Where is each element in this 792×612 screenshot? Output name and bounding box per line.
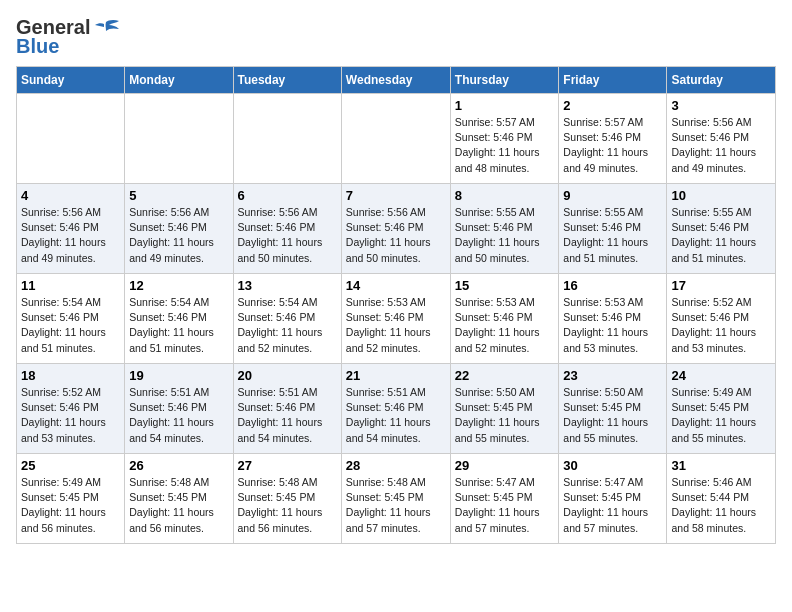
calendar-cell: 18Sunrise: 5:52 AM Sunset: 5:46 PM Dayli… [17, 364, 125, 454]
calendar-cell: 21Sunrise: 5:51 AM Sunset: 5:46 PM Dayli… [341, 364, 450, 454]
calendar-cell: 29Sunrise: 5:47 AM Sunset: 5:45 PM Dayli… [450, 454, 559, 544]
calendar-cell: 6Sunrise: 5:56 AM Sunset: 5:46 PM Daylig… [233, 184, 341, 274]
calendar-cell: 27Sunrise: 5:48 AM Sunset: 5:45 PM Dayli… [233, 454, 341, 544]
day-number: 31 [671, 458, 771, 473]
calendar-cell: 13Sunrise: 5:54 AM Sunset: 5:46 PM Dayli… [233, 274, 341, 364]
day-info: Sunrise: 5:57 AM Sunset: 5:46 PM Dayligh… [563, 115, 662, 176]
col-header-saturday: Saturday [667, 67, 776, 94]
day-number: 14 [346, 278, 446, 293]
day-number: 26 [129, 458, 228, 473]
week-row-4: 18Sunrise: 5:52 AM Sunset: 5:46 PM Dayli… [17, 364, 776, 454]
day-number: 22 [455, 368, 555, 383]
day-number: 8 [455, 188, 555, 203]
day-number: 25 [21, 458, 120, 473]
calendar-cell: 23Sunrise: 5:50 AM Sunset: 5:45 PM Dayli… [559, 364, 667, 454]
calendar-table: SundayMondayTuesdayWednesdayThursdayFrid… [16, 66, 776, 544]
day-info: Sunrise: 5:56 AM Sunset: 5:46 PM Dayligh… [21, 205, 120, 266]
logo-blue-text: Blue [16, 35, 59, 58]
calendar-cell: 8Sunrise: 5:55 AM Sunset: 5:46 PM Daylig… [450, 184, 559, 274]
day-number: 16 [563, 278, 662, 293]
calendar-cell: 5Sunrise: 5:56 AM Sunset: 5:46 PM Daylig… [125, 184, 233, 274]
day-info: Sunrise: 5:51 AM Sunset: 5:46 PM Dayligh… [238, 385, 337, 446]
day-number: 9 [563, 188, 662, 203]
day-info: Sunrise: 5:57 AM Sunset: 5:46 PM Dayligh… [455, 115, 555, 176]
day-number: 19 [129, 368, 228, 383]
day-number: 24 [671, 368, 771, 383]
day-info: Sunrise: 5:52 AM Sunset: 5:46 PM Dayligh… [671, 295, 771, 356]
calendar-cell: 30Sunrise: 5:47 AM Sunset: 5:45 PM Dayli… [559, 454, 667, 544]
day-info: Sunrise: 5:54 AM Sunset: 5:46 PM Dayligh… [129, 295, 228, 356]
day-info: Sunrise: 5:56 AM Sunset: 5:46 PM Dayligh… [346, 205, 446, 266]
day-info: Sunrise: 5:46 AM Sunset: 5:44 PM Dayligh… [671, 475, 771, 536]
calendar-cell: 2Sunrise: 5:57 AM Sunset: 5:46 PM Daylig… [559, 94, 667, 184]
day-number: 28 [346, 458, 446, 473]
day-info: Sunrise: 5:47 AM Sunset: 5:45 PM Dayligh… [563, 475, 662, 536]
day-info: Sunrise: 5:54 AM Sunset: 5:46 PM Dayligh… [238, 295, 337, 356]
calendar-cell [233, 94, 341, 184]
day-number: 3 [671, 98, 771, 113]
day-number: 27 [238, 458, 337, 473]
day-info: Sunrise: 5:52 AM Sunset: 5:46 PM Dayligh… [21, 385, 120, 446]
day-info: Sunrise: 5:48 AM Sunset: 5:45 PM Dayligh… [346, 475, 446, 536]
calendar-cell: 3Sunrise: 5:56 AM Sunset: 5:46 PM Daylig… [667, 94, 776, 184]
day-number: 18 [21, 368, 120, 383]
calendar-cell: 7Sunrise: 5:56 AM Sunset: 5:46 PM Daylig… [341, 184, 450, 274]
day-number: 13 [238, 278, 337, 293]
day-number: 12 [129, 278, 228, 293]
day-number: 20 [238, 368, 337, 383]
calendar-cell: 19Sunrise: 5:51 AM Sunset: 5:46 PM Dayli… [125, 364, 233, 454]
day-info: Sunrise: 5:56 AM Sunset: 5:46 PM Dayligh… [238, 205, 337, 266]
day-info: Sunrise: 5:56 AM Sunset: 5:46 PM Dayligh… [671, 115, 771, 176]
day-number: 29 [455, 458, 555, 473]
day-info: Sunrise: 5:50 AM Sunset: 5:45 PM Dayligh… [563, 385, 662, 446]
calendar-cell: 11Sunrise: 5:54 AM Sunset: 5:46 PM Dayli… [17, 274, 125, 364]
col-header-monday: Monday [125, 67, 233, 94]
day-info: Sunrise: 5:49 AM Sunset: 5:45 PM Dayligh… [671, 385, 771, 446]
calendar-cell: 22Sunrise: 5:50 AM Sunset: 5:45 PM Dayli… [450, 364, 559, 454]
day-info: Sunrise: 5:53 AM Sunset: 5:46 PM Dayligh… [346, 295, 446, 356]
day-info: Sunrise: 5:51 AM Sunset: 5:46 PM Dayligh… [129, 385, 228, 446]
calendar-cell: 15Sunrise: 5:53 AM Sunset: 5:46 PM Dayli… [450, 274, 559, 364]
day-number: 17 [671, 278, 771, 293]
calendar-cell: 26Sunrise: 5:48 AM Sunset: 5:45 PM Dayli… [125, 454, 233, 544]
day-number: 5 [129, 188, 228, 203]
calendar-cell: 10Sunrise: 5:55 AM Sunset: 5:46 PM Dayli… [667, 184, 776, 274]
day-info: Sunrise: 5:48 AM Sunset: 5:45 PM Dayligh… [129, 475, 228, 536]
calendar-cell [17, 94, 125, 184]
day-number: 15 [455, 278, 555, 293]
day-info: Sunrise: 5:55 AM Sunset: 5:46 PM Dayligh… [563, 205, 662, 266]
logo-bird-icon [94, 18, 120, 38]
day-number: 4 [21, 188, 120, 203]
calendar-cell: 17Sunrise: 5:52 AM Sunset: 5:46 PM Dayli… [667, 274, 776, 364]
day-info: Sunrise: 5:47 AM Sunset: 5:45 PM Dayligh… [455, 475, 555, 536]
day-info: Sunrise: 5:48 AM Sunset: 5:45 PM Dayligh… [238, 475, 337, 536]
col-header-sunday: Sunday [17, 67, 125, 94]
day-number: 11 [21, 278, 120, 293]
week-row-3: 11Sunrise: 5:54 AM Sunset: 5:46 PM Dayli… [17, 274, 776, 364]
col-header-thursday: Thursday [450, 67, 559, 94]
week-row-5: 25Sunrise: 5:49 AM Sunset: 5:45 PM Dayli… [17, 454, 776, 544]
calendar-cell: 16Sunrise: 5:53 AM Sunset: 5:46 PM Dayli… [559, 274, 667, 364]
day-number: 2 [563, 98, 662, 113]
day-info: Sunrise: 5:51 AM Sunset: 5:46 PM Dayligh… [346, 385, 446, 446]
week-row-1: 1Sunrise: 5:57 AM Sunset: 5:46 PM Daylig… [17, 94, 776, 184]
day-info: Sunrise: 5:53 AM Sunset: 5:46 PM Dayligh… [455, 295, 555, 356]
day-number: 10 [671, 188, 771, 203]
logo: General Blue [16, 16, 120, 58]
calendar-cell: 1Sunrise: 5:57 AM Sunset: 5:46 PM Daylig… [450, 94, 559, 184]
col-header-friday: Friday [559, 67, 667, 94]
calendar-cell: 24Sunrise: 5:49 AM Sunset: 5:45 PM Dayli… [667, 364, 776, 454]
day-info: Sunrise: 5:53 AM Sunset: 5:46 PM Dayligh… [563, 295, 662, 356]
col-header-wednesday: Wednesday [341, 67, 450, 94]
day-info: Sunrise: 5:56 AM Sunset: 5:46 PM Dayligh… [129, 205, 228, 266]
calendar-cell: 28Sunrise: 5:48 AM Sunset: 5:45 PM Dayli… [341, 454, 450, 544]
calendar-cell: 31Sunrise: 5:46 AM Sunset: 5:44 PM Dayli… [667, 454, 776, 544]
day-info: Sunrise: 5:55 AM Sunset: 5:46 PM Dayligh… [671, 205, 771, 266]
calendar-cell: 4Sunrise: 5:56 AM Sunset: 5:46 PM Daylig… [17, 184, 125, 274]
col-header-tuesday: Tuesday [233, 67, 341, 94]
day-info: Sunrise: 5:54 AM Sunset: 5:46 PM Dayligh… [21, 295, 120, 356]
calendar-cell [125, 94, 233, 184]
week-row-2: 4Sunrise: 5:56 AM Sunset: 5:46 PM Daylig… [17, 184, 776, 274]
day-number: 21 [346, 368, 446, 383]
page-header: General Blue [16, 16, 776, 58]
